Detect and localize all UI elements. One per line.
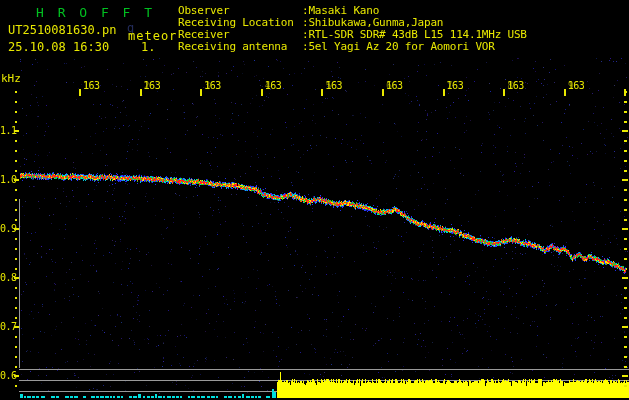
y-axis-unit-label: kHz <box>1 72 21 85</box>
y-tick-label-0.6: 0.6 <box>0 370 15 381</box>
filename-label: UT2510081630.pn <box>8 23 116 37</box>
info-label-3: Receiving antenna <box>178 40 287 53</box>
y-tick-label-0.9: 0.9 <box>0 223 15 234</box>
frame-counter: 1. <box>141 40 155 54</box>
hrofft-screen: H R O F F T UT2510081630.pn g meteor 25.… <box>0 0 629 400</box>
datetime-label: 25.10.08 16:30 <box>8 40 109 54</box>
spectrogram-canvas <box>0 0 629 400</box>
y-tick-label-1.1: 1.1 <box>0 125 15 136</box>
y-tick-label-1.0: 1.0 <box>0 174 15 185</box>
y-tick-label-0.7: 0.7 <box>0 321 15 332</box>
y-tick-label-0.8: 0.8 <box>0 272 15 283</box>
info-value-3: :5el Yagi Az 20 for Aomori VOR <box>302 40 495 53</box>
app-title: H R O F F T <box>36 5 155 20</box>
